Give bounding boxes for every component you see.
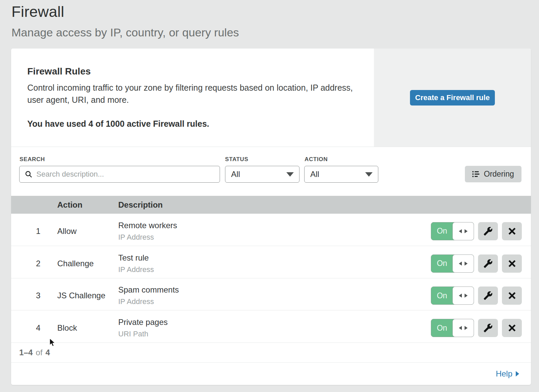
table-row: 4 Block Private pages URI Path On: [11, 310, 531, 343]
close-icon: [508, 291, 516, 300]
rule-field: URI Path: [118, 330, 431, 338]
page-subtitle: Manage access by IP, country, or query r…: [11, 26, 239, 39]
search-box: [19, 166, 220, 183]
status-select-value: All: [231, 170, 240, 179]
table-row: 3 JS Challenge Spam comments IP Address …: [11, 278, 531, 311]
toggle-on-label: On: [431, 287, 453, 304]
table-row: 2 Challenge Test rule IP Address On: [11, 246, 531, 278]
rule-description-cell: Remote workers IP Address: [118, 221, 431, 242]
delete-rule-button[interactable]: [502, 287, 522, 305]
ordering-button-label: Ordering: [484, 170, 514, 179]
action-label: ACTION: [305, 156, 328, 163]
status-select[interactable]: All: [225, 166, 299, 183]
rule-action: Block: [57, 323, 118, 333]
triangle-right-icon: [465, 262, 468, 266]
card-heading: Firewall Rules: [27, 66, 91, 77]
rule-action: Challenge: [57, 259, 118, 268]
triangle-left-icon: [459, 326, 462, 330]
action-select[interactable]: All: [304, 166, 378, 183]
table-row: 1 Allow Remote workers IP Address On: [11, 214, 531, 246]
rule-description: Test rule: [118, 253, 431, 263]
help-link[interactable]: Help: [496, 369, 519, 379]
toggle-on-label: On: [431, 222, 453, 240]
edit-rule-button[interactable]: [478, 254, 498, 273]
rule-description-cell: Spam comments IP Address: [118, 285, 431, 306]
close-icon: [508, 324, 516, 332]
column-header-description: Description: [118, 200, 163, 210]
rule-description: Remote workers: [118, 221, 431, 230]
delete-rule-button[interactable]: [502, 222, 522, 240]
rule-controls: On: [431, 254, 531, 273]
card-header: Create a Firewall rule Firewall Rules Co…: [11, 49, 531, 147]
rule-action: JS Challenge: [57, 291, 118, 300]
action-select-value: All: [310, 170, 319, 179]
triangle-left-icon: [459, 262, 462, 266]
create-rule-panel: Create a Firewall rule: [374, 49, 531, 147]
wrench-icon: [483, 291, 493, 300]
rule-field: IP Address: [118, 265, 431, 274]
rule-field: IP Address: [118, 297, 431, 306]
toggle-handle[interactable]: [452, 319, 474, 337]
rule-priority: 4: [11, 323, 57, 333]
delete-rule-button[interactable]: [502, 254, 522, 273]
rule-action: Allow: [57, 227, 118, 236]
ordering-button[interactable]: Ordering: [465, 166, 521, 182]
triangle-right-icon: [465, 229, 468, 233]
rule-description-cell: Test rule IP Address: [118, 253, 431, 274]
toggle-on-label: On: [431, 319, 453, 337]
search-input[interactable]: [36, 166, 215, 182]
chevron-down-icon: [286, 172, 294, 177]
toggle-handle[interactable]: [452, 287, 474, 305]
toggle-on-label: On: [431, 255, 453, 272]
column-header-action: Action: [57, 200, 83, 210]
edit-rule-button[interactable]: [478, 319, 498, 337]
close-icon: [508, 259, 516, 268]
delete-rule-button[interactable]: [502, 319, 522, 337]
page-title: Firewall: [11, 3, 64, 21]
status-label: STATUS: [225, 156, 248, 163]
rule-controls: On: [431, 319, 531, 337]
triangle-left-icon: [459, 229, 462, 233]
chevron-down-icon: [365, 172, 373, 177]
search-icon: [25, 171, 32, 178]
help-row: Help: [11, 363, 531, 385]
edit-rule-button[interactable]: [478, 222, 498, 240]
rule-description: Spam comments: [118, 285, 431, 295]
rule-priority: 2: [11, 259, 57, 268]
pagination-of: of: [36, 348, 42, 357]
help-link-label: Help: [496, 369, 512, 379]
filter-bar: SEARCH STATUS All ACTION All: [11, 147, 531, 196]
rule-priority: 1: [11, 227, 57, 236]
toggle-handle[interactable]: [452, 254, 474, 273]
rule-description: Private pages: [118, 318, 431, 327]
rule-field: IP Address: [118, 233, 431, 242]
list-ordering-icon: [472, 171, 479, 177]
card-description: Control incoming traffic to your zone by…: [27, 82, 361, 106]
rule-toggle[interactable]: On: [431, 254, 474, 273]
close-icon: [508, 227, 516, 236]
caret-right-icon: [516, 371, 519, 376]
pagination-total: 4: [45, 348, 50, 357]
rule-description-cell: Private pages URI Path: [118, 318, 431, 338]
usage-note: You have used 4 of 1000 active Firewall …: [27, 119, 209, 129]
create-firewall-rule-button[interactable]: Create a Firewall rule: [410, 90, 495, 105]
wrench-icon: [483, 259, 493, 268]
triangle-right-icon: [465, 326, 468, 330]
firewall-page: Firewall Manage access by IP, country, o…: [0, 0, 539, 392]
wrench-icon: [483, 323, 493, 333]
rule-toggle[interactable]: On: [431, 319, 474, 337]
pagination-range: 1–4: [19, 348, 33, 357]
table-header: Action Description: [11, 196, 531, 214]
triangle-left-icon: [459, 294, 462, 298]
rule-controls: On: [431, 222, 531, 240]
edit-rule-button[interactable]: [478, 287, 498, 305]
toggle-handle[interactable]: [452, 222, 474, 240]
pagination: 1–4 of 4: [11, 343, 531, 363]
search-label: SEARCH: [20, 156, 45, 163]
rule-toggle[interactable]: On: [431, 222, 474, 240]
firewall-rules-card: Create a Firewall rule Firewall Rules Co…: [11, 49, 531, 385]
rules-list: 1 Allow Remote workers IP Address On: [11, 214, 531, 343]
rule-toggle[interactable]: On: [431, 287, 474, 305]
wrench-icon: [483, 227, 493, 236]
triangle-right-icon: [465, 294, 468, 298]
